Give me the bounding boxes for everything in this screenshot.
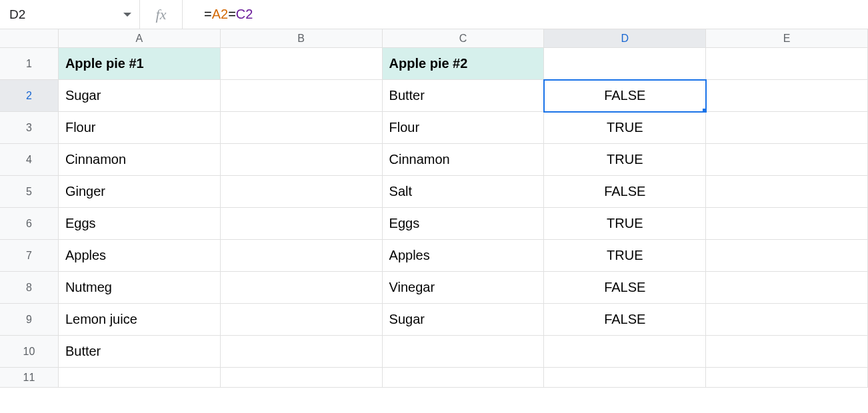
row-11: 11 — [0, 368, 868, 388]
cell-B9[interactable] — [221, 304, 383, 336]
col-header-B[interactable]: B — [221, 29, 383, 48]
cell-A8[interactable]: Nutmeg — [59, 272, 221, 304]
cell-B6[interactable] — [221, 208, 383, 240]
cell-A1[interactable]: Apple pie #1 — [59, 48, 221, 80]
cell-D10[interactable] — [544, 336, 706, 368]
row-header-11[interactable]: 11 — [0, 368, 59, 388]
cell-E9[interactable] — [706, 304, 868, 336]
row-10: 10 Butter — [0, 336, 868, 368]
cell-C4[interactable]: Cinnamon — [383, 144, 545, 176]
row-1: 1 Apple pie #1 Apple pie #2 — [0, 48, 868, 80]
row-9: 9 Lemon juice Sugar FALSE — [0, 304, 868, 336]
chevron-down-icon[interactable] — [123, 13, 131, 17]
cell-A9[interactable]: Lemon juice — [59, 304, 221, 336]
spreadsheet-grid[interactable]: A B C D E 1 Apple pie #1 Apple pie #2 2 … — [0, 29, 868, 388]
cell-C3[interactable]: Flour — [383, 112, 545, 144]
cell-E2[interactable] — [706, 80, 868, 112]
column-header-row: A B C D E — [0, 29, 868, 48]
col-header-A[interactable]: A — [59, 29, 221, 48]
cell-E3[interactable] — [706, 112, 868, 144]
cell-C6[interactable]: Eggs — [383, 208, 545, 240]
cell-C7[interactable]: Apples — [383, 240, 545, 272]
cell-B2[interactable] — [221, 80, 383, 112]
cell-B5[interactable] — [221, 176, 383, 208]
cell-B4[interactable] — [221, 144, 383, 176]
row-header-10[interactable]: 10 — [0, 336, 59, 368]
cell-C9[interactable]: Sugar — [383, 304, 545, 336]
cell-D5[interactable]: FALSE — [544, 176, 706, 208]
cell-B7[interactable] — [221, 240, 383, 272]
row-header-4[interactable]: 4 — [0, 144, 59, 176]
cell-D11[interactable] — [544, 368, 706, 388]
cell-C5[interactable]: Salt — [383, 176, 545, 208]
name-box[interactable]: D2 — [0, 0, 140, 29]
col-header-C[interactable]: C — [383, 29, 545, 48]
col-header-D[interactable]: D — [544, 29, 706, 48]
row-header-2[interactable]: 2 — [0, 80, 59, 112]
name-box-value: D2 — [9, 7, 123, 22]
cell-C8[interactable]: Vinegar — [383, 272, 545, 304]
cell-C11[interactable] — [383, 368, 545, 388]
formula-ref-a2: A2 — [212, 7, 228, 22]
cell-B1[interactable] — [221, 48, 383, 80]
row-3: 3 Flour Flour TRUE — [0, 112, 868, 144]
cell-E1[interactable] — [706, 48, 868, 80]
cell-D2[interactable]: FALSE — [544, 80, 706, 112]
row-2: 2 Sugar Butter FALSE — [0, 80, 868, 112]
cell-D7[interactable]: TRUE — [544, 240, 706, 272]
select-all-corner[interactable] — [0, 29, 59, 48]
row-header-7[interactable]: 7 — [0, 240, 59, 272]
row-header-5[interactable]: 5 — [0, 176, 59, 208]
row-7: 7 Apples Apples TRUE — [0, 240, 868, 272]
cell-D9[interactable]: FALSE — [544, 304, 706, 336]
cell-C1[interactable]: Apple pie #2 — [383, 48, 545, 80]
col-header-E[interactable]: E — [706, 29, 868, 48]
cell-E5[interactable] — [706, 176, 868, 208]
cell-A7[interactable]: Apples — [59, 240, 221, 272]
formula-equals: = — [204, 7, 212, 22]
cell-B10[interactable] — [221, 336, 383, 368]
cell-A10[interactable]: Butter — [59, 336, 221, 368]
cell-A3[interactable]: Flour — [59, 112, 221, 144]
fx-icon[interactable]: fx — [140, 0, 183, 29]
row-header-6[interactable]: 6 — [0, 208, 59, 240]
cell-B8[interactable] — [221, 272, 383, 304]
row-6: 6 Eggs Eggs TRUE — [0, 208, 868, 240]
row-8: 8 Nutmeg Vinegar FALSE — [0, 272, 868, 304]
cell-D1[interactable] — [544, 48, 706, 80]
row-header-8[interactable]: 8 — [0, 272, 59, 304]
formula-operator: = — [228, 7, 236, 22]
formula-bar: D2 fx =A2=C2 — [0, 0, 868, 29]
cell-A11[interactable] — [59, 368, 221, 388]
row-header-1[interactable]: 1 — [0, 48, 59, 80]
row-header-3[interactable]: 3 — [0, 112, 59, 144]
cell-E10[interactable] — [706, 336, 868, 368]
formula-input[interactable]: =A2=C2 — [183, 0, 868, 29]
cell-A4[interactable]: Cinnamon — [59, 144, 221, 176]
row-4: 4 Cinnamon Cinnamon TRUE — [0, 144, 868, 176]
cell-C2[interactable]: Butter — [383, 80, 545, 112]
cell-E6[interactable] — [706, 208, 868, 240]
cell-D6[interactable]: TRUE — [544, 208, 706, 240]
cell-D4[interactable]: TRUE — [544, 144, 706, 176]
cell-E4[interactable] — [706, 144, 868, 176]
cell-C10[interactable] — [383, 336, 545, 368]
cell-A2[interactable]: Sugar — [59, 80, 221, 112]
cell-E7[interactable] — [706, 240, 868, 272]
cell-E11[interactable] — [706, 368, 868, 388]
cell-B3[interactable] — [221, 112, 383, 144]
cell-D8[interactable]: FALSE — [544, 272, 706, 304]
cell-E8[interactable] — [706, 272, 868, 304]
cell-A6[interactable]: Eggs — [59, 208, 221, 240]
cell-A5[interactable]: Ginger — [59, 176, 221, 208]
cell-B11[interactable] — [221, 368, 383, 388]
row-header-9[interactable]: 9 — [0, 304, 59, 336]
formula-ref-c2: C2 — [236, 7, 253, 22]
row-5: 5 Ginger Salt FALSE — [0, 176, 868, 208]
cell-D3[interactable]: TRUE — [544, 112, 706, 144]
